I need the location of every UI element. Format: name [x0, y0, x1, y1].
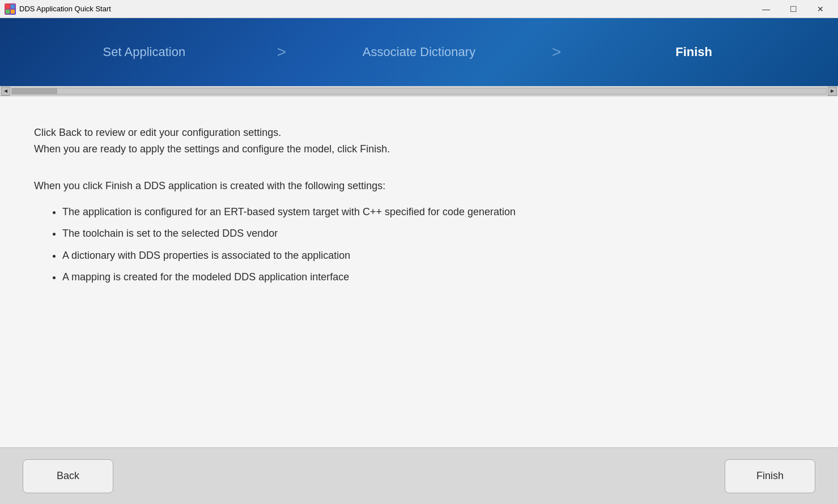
footer: Back Finish [0, 447, 838, 504]
scroll-right-button[interactable]: ▶ [828, 87, 837, 96]
finish-button[interactable]: Finish [725, 459, 815, 493]
step-set-application-label: Set Application [103, 45, 186, 59]
step-finish-label: Finish [675, 45, 712, 59]
scroll-left-button[interactable]: ◀ [1, 87, 10, 96]
settings-list: The application is configured for an ERT… [34, 203, 804, 286]
title-bar: DDS Application Quick Start — ☐ ✕ [0, 0, 838, 18]
window-title: DDS Application Quick Start [19, 5, 111, 13]
horizontal-scrollbar[interactable]: ◀ ▶ [0, 86, 838, 96]
svg-rect-3 [11, 10, 15, 14]
list-item-1: The application is configured for an ERT… [62, 203, 804, 221]
back-button[interactable]: Back [23, 459, 113, 493]
svg-rect-1 [11, 5, 15, 8]
wizard-step-associate-dictionary: Associate Dictionary [297, 45, 541, 59]
finish-description: When you click Finish a DDS application … [34, 180, 804, 192]
intro-line-2: When you are ready to apply the settings… [34, 143, 390, 155]
step-associate-dictionary-label: Associate Dictionary [363, 45, 475, 59]
title-bar-left: DDS Application Quick Start [5, 3, 111, 15]
wizard-step-finish: Finish [572, 45, 815, 59]
maximize-button[interactable]: ☐ [780, 1, 806, 17]
separator-1: > [277, 43, 286, 61]
list-item-3: A dictionary with DDS properties is asso… [62, 247, 804, 264]
scroll-thumb [12, 88, 57, 94]
wizard-step-set-application: Set Application [23, 45, 266, 59]
intro-line-1: Click Back to review or edit your config… [34, 127, 281, 138]
list-item-4: A mapping is created for the modeled DDS… [62, 268, 804, 286]
main-content: Click Back to review or edit your config… [0, 96, 838, 447]
wizard-header: Set Application > Associate Dictionary >… [0, 18, 838, 86]
scroll-track [11, 88, 827, 95]
app-icon [5, 3, 16, 15]
separator-2: > [552, 43, 561, 61]
list-item-2: The toolchain is set to the selected DDS… [62, 225, 804, 242]
title-bar-controls: — ☐ ✕ [753, 1, 833, 17]
intro-text: Click Back to review or edit your config… [34, 125, 804, 157]
svg-rect-0 [6, 5, 10, 8]
close-button[interactable]: ✕ [807, 1, 833, 17]
minimize-button[interactable]: — [753, 1, 779, 17]
svg-rect-2 [6, 10, 10, 14]
